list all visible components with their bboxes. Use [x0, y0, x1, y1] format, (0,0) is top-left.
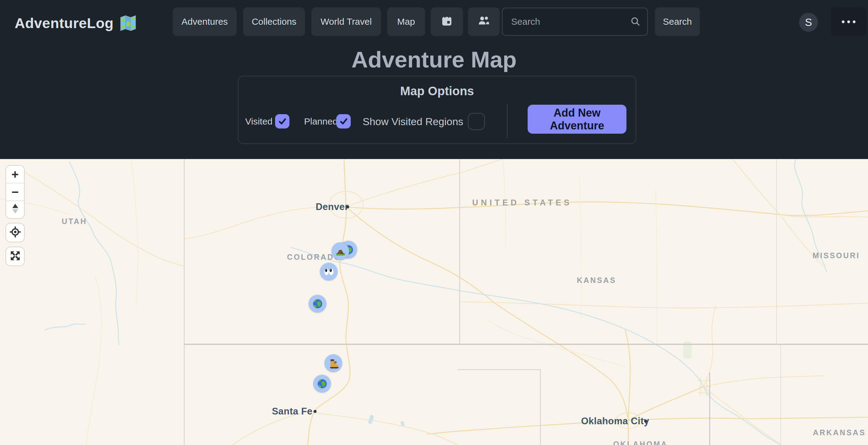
map-options-title: Map Options [239, 84, 636, 98]
world-map-icon [119, 13, 137, 32]
show-visited-regions-label[interactable]: Show Visited Regions [363, 116, 463, 127]
search-icon [630, 16, 641, 28]
planned-label[interactable]: Planned [304, 116, 338, 127]
map-label-missouri: MISSOURI [812, 251, 860, 260]
map-zoom-controls: + − [5, 165, 25, 219]
geolocate-icon [10, 227, 21, 239]
adventure-marker-boot[interactable] [325, 355, 342, 372]
map-label-utah: UTAH [62, 217, 87, 226]
fullscreen-button[interactable] [5, 247, 25, 266]
city-dot-denver [346, 205, 349, 208]
map-label-oklahoma: OKLAHOMA [613, 440, 668, 445]
ellipsis-icon [842, 21, 856, 23]
map-label-arkansas: ARKANSAS [813, 428, 866, 437]
map-options-card: Map Options Visited Planned Show Visited… [238, 76, 636, 144]
adventurelog-app: AdventureLog Adventures Collections Worl… [0, 0, 868, 445]
geolocate-button[interactable] [5, 223, 25, 242]
visited-label[interactable]: Visited [245, 116, 273, 127]
calendar-button[interactable] [431, 7, 463, 36]
city-dot-santa-fe [313, 410, 317, 413]
visited-checkbox[interactable] [275, 114, 289, 128]
map-label-oklahoma-city: Oklahoma City [581, 416, 649, 427]
calendar-icon [441, 14, 453, 29]
map-label-denver: Denver [316, 202, 349, 212]
search-field-wrap [502, 8, 648, 36]
pitch-toggle-button[interactable] [6, 201, 24, 218]
map-overlay: UTAHUNITED STATESCOLORADOKANSASMISSOURIO… [0, 159, 868, 445]
planned-checkbox[interactable] [336, 114, 351, 128]
nav-collections[interactable]: Collections [243, 7, 305, 36]
options-divider [507, 104, 507, 138]
app-title: AdventureLog [14, 14, 114, 31]
zoom-out-button[interactable]: − [6, 183, 24, 201]
app-logo[interactable]: AdventureLog [14, 13, 137, 32]
map-label-santa-fe: Santa Fe [272, 406, 312, 417]
show-visited-regions-checkbox[interactable] [468, 113, 485, 130]
adventure-marker-mountain[interactable] [332, 243, 349, 260]
map-label-united-states: UNITED STATES [472, 198, 572, 208]
overflow-menu-button[interactable] [831, 7, 866, 36]
search-input[interactable] [502, 8, 648, 36]
map-canvas[interactable]: UTAHUNITED STATESCOLORADOKANSASMISSOURIO… [0, 159, 868, 445]
users-button[interactable] [468, 7, 500, 36]
avatar[interactable]: S [799, 13, 818, 32]
pitch-toggle-icon [11, 203, 19, 217]
add-new-adventure-button[interactable]: Add New Adventure [528, 105, 626, 134]
nav-adventures[interactable]: Adventures [173, 7, 237, 36]
fullscreen-icon [9, 250, 21, 263]
adventure-marker-globe[interactable] [309, 295, 326, 313]
city-dot-oklahoma-city [644, 420, 647, 423]
adventure-marker-eyes[interactable] [320, 263, 338, 280]
nav-map[interactable]: Map [387, 7, 425, 36]
page-title: Adventure Map [0, 47, 868, 72]
users-icon [477, 14, 490, 29]
nav-world-travel[interactable]: World Travel [311, 7, 381, 36]
map-label-kansas: KANSAS [577, 276, 616, 285]
zoom-in-button[interactable]: + [6, 166, 24, 183]
adventure-marker-globe[interactable] [313, 375, 331, 392]
search-button[interactable]: Search [655, 7, 700, 36]
